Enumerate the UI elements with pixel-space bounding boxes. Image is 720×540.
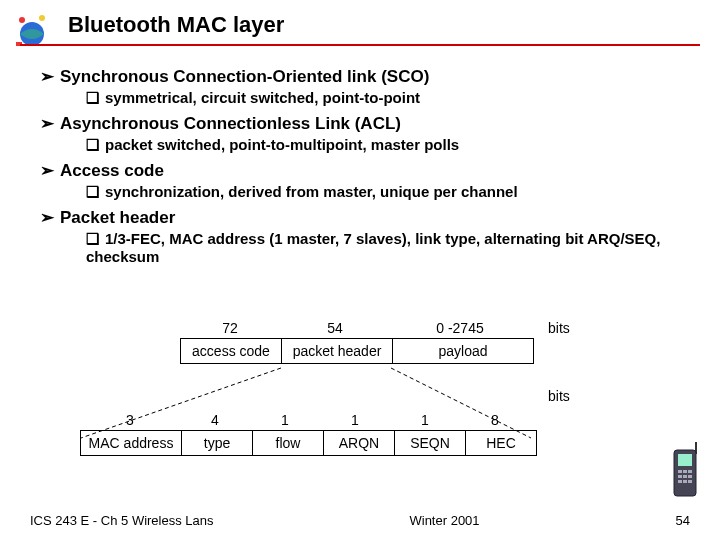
svg-rect-10: [683, 470, 687, 473]
field-arqn: ARQN: [324, 430, 395, 456]
subbullet: ❑1/3-FEC, MAC address (1 master, 7 slave…: [86, 230, 680, 265]
content-area: ➢Synchronous Connection-Oriented link (S…: [40, 60, 680, 271]
subbullet-text: packet switched, point-to-multipoint, ma…: [105, 136, 459, 153]
svg-rect-14: [688, 475, 692, 478]
top-bits-0: 72: [180, 320, 280, 336]
field-type: type: [182, 430, 253, 456]
bullet-acl: ➢Asynchronous Connectionless Link (ACL): [40, 113, 680, 134]
bits-label-bottom: bits: [548, 388, 570, 404]
field-seqn: SEQN: [395, 430, 466, 456]
packet-diagram: 72 54 0 -2745 bits access code packet he…: [60, 320, 640, 456]
top-bits-1: 54: [280, 320, 390, 336]
bullet-text: Asynchronous Connectionless Link (ACL): [60, 114, 401, 133]
svg-rect-11: [688, 470, 692, 473]
bot-bits-4: 1: [390, 412, 460, 428]
subbullet: ❑packet switched, point-to-multipoint, m…: [86, 136, 680, 154]
footer-right: 54: [676, 513, 690, 528]
top-field-row: access code packet header payload: [180, 338, 640, 364]
title-rule: [20, 44, 700, 46]
svg-point-2: [39, 15, 45, 21]
field-mac-address: MAC address: [80, 430, 182, 456]
svg-point-1: [19, 17, 25, 23]
footer: ICS 243 E - Ch 5 Wireless Lans Winter 20…: [30, 513, 690, 528]
bot-bits-0: 3: [80, 412, 180, 428]
bullet-packet-header: ➢Packet header: [40, 207, 680, 228]
svg-rect-17: [688, 480, 692, 483]
subbullet-text: 1/3-FEC, MAC address (1 master, 7 slaves…: [86, 230, 660, 265]
field-packet-header: packet header: [282, 338, 393, 364]
svg-rect-13: [683, 475, 687, 478]
bottom-field-row: MAC address type flow ARQN SEQN HEC: [80, 430, 640, 456]
bot-bits-5: 8: [460, 412, 530, 428]
phone-icon: [668, 440, 702, 500]
bot-bits-2: 1: [250, 412, 320, 428]
subbullet-text: symmetrical, circuit switched, point-to-…: [105, 89, 420, 106]
bits-label-top: bits: [548, 320, 570, 336]
svg-rect-8: [678, 454, 692, 466]
svg-rect-9: [678, 470, 682, 473]
svg-rect-16: [683, 480, 687, 483]
top-bits-2: 0 -2745: [390, 320, 530, 336]
slide-title: Bluetooth MAC layer: [68, 12, 284, 38]
subbullet: ❑synchronization, derived from master, u…: [86, 183, 680, 201]
subbullet: ❑symmetrical, circuit switched, point-to…: [86, 89, 680, 107]
bullet-text: Synchronous Connection-Oriented link (SC…: [60, 67, 429, 86]
bot-bits-3: 1: [320, 412, 390, 428]
bullet-sco: ➢Synchronous Connection-Oriented link (S…: [40, 66, 680, 87]
field-hec: HEC: [466, 430, 537, 456]
footer-left: ICS 243 E - Ch 5 Wireless Lans: [30, 513, 214, 528]
subbullet-text: synchronization, derived from master, un…: [105, 183, 518, 200]
svg-rect-15: [678, 480, 682, 483]
field-flow: flow: [253, 430, 324, 456]
footer-center: Winter 2001: [409, 513, 479, 528]
bot-bits-1: 4: [180, 412, 250, 428]
globe-logo-icon: [12, 12, 52, 52]
bullet-text: Access code: [60, 161, 164, 180]
bullet-access-code: ➢Access code: [40, 160, 680, 181]
bullet-text: Packet header: [60, 208, 175, 227]
field-access-code: access code: [180, 338, 282, 364]
field-payload: payload: [393, 338, 534, 364]
svg-rect-12: [678, 475, 682, 478]
